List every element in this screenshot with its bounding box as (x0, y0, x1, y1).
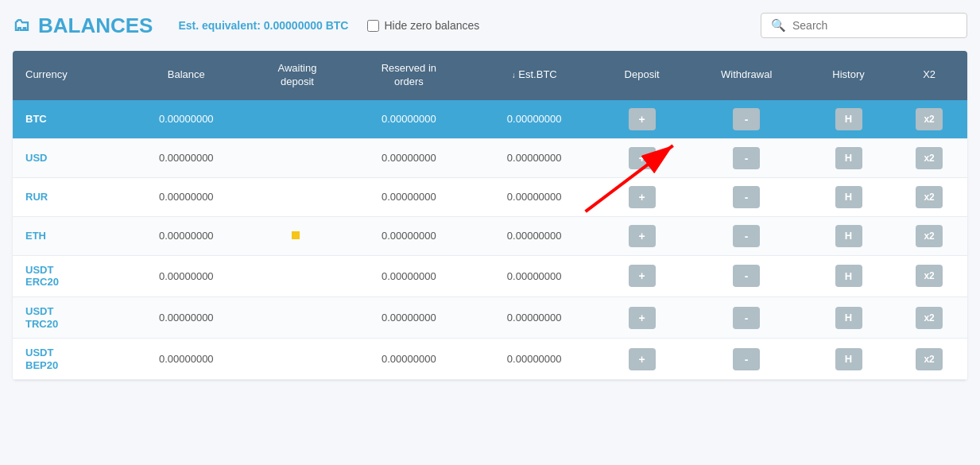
history-button[interactable]: H (835, 108, 862, 130)
col-estbtc: ↓ Est.BTC (472, 51, 597, 100)
deposit-button[interactable]: + (629, 147, 656, 169)
cell-history: H (806, 100, 891, 139)
cell-balance: 0.00000000 (124, 296, 249, 338)
withdrawal-button[interactable]: - (733, 186, 760, 208)
cell-x2: x2 (891, 255, 967, 296)
table-row: USD 0.00000000 0.00000000 0.00000000 + -… (13, 138, 967, 177)
withdrawal-button[interactable]: - (733, 108, 760, 130)
history-button[interactable]: H (835, 307, 862, 329)
withdrawal-button[interactable]: - (733, 147, 760, 169)
deposit-button[interactable]: + (629, 186, 656, 208)
cell-deposit: + (597, 177, 688, 216)
table-row: ETH 0.00000000 0.00000000 0.00000000 + -… (13, 216, 967, 255)
cell-balance: 0.00000000 (124, 255, 249, 296)
cell-history: H (806, 177, 891, 216)
cell-estbtc: 0.00000000 (472, 138, 597, 177)
history-button[interactable]: H (835, 348, 862, 370)
cell-deposit: + (597, 100, 688, 139)
cell-deposit: + (597, 138, 688, 177)
cell-balance: 0.00000000 (124, 216, 249, 255)
cell-history: H (806, 296, 891, 338)
cell-awaiting (249, 177, 346, 216)
header: 🗂 BALANCES Est. equivalent: 0.00000000 B… (13, 13, 967, 38)
currency-link[interactable]: USDTERC20 (25, 264, 59, 289)
cell-estbtc: 0.00000000 (472, 255, 597, 296)
cell-x2: x2 (891, 100, 967, 139)
currency-link[interactable]: USD (25, 152, 47, 165)
withdrawal-button[interactable]: - (733, 348, 760, 370)
cell-history: H (806, 255, 891, 296)
eth-indicator (292, 231, 300, 239)
deposit-button[interactable]: + (629, 265, 656, 287)
x2-button[interactable]: x2 (916, 307, 943, 329)
col-deposit: Deposit (597, 51, 688, 100)
history-button[interactable]: H (835, 225, 862, 247)
history-button[interactable]: H (835, 147, 862, 169)
search-box[interactable]: 🔍 (761, 13, 967, 38)
cell-withdrawal: - (687, 138, 805, 177)
table-row: USDTBEP20 0.00000000 0.00000000 0.000000… (13, 339, 967, 380)
hide-zero-balances[interactable]: Hide zero balances (367, 19, 479, 32)
cell-balance: 0.00000000 (124, 138, 249, 177)
x2-button[interactable]: x2 (916, 147, 943, 169)
currency-link[interactable]: BTC (25, 113, 47, 126)
cell-reserved: 0.00000000 (346, 216, 471, 255)
cell-x2: x2 (891, 296, 967, 338)
x2-button[interactable]: x2 (916, 348, 943, 370)
deposit-button[interactable]: + (629, 307, 656, 329)
cell-history: H (806, 216, 891, 255)
table-header-row: Currency Balance Awaitingdeposit Reserve… (13, 51, 967, 100)
cell-currency: ETH (13, 216, 124, 255)
cell-balance: 0.00000000 (124, 177, 249, 216)
cell-currency: USDTTRC20 (13, 296, 124, 338)
cell-history: H (806, 138, 891, 177)
cell-withdrawal: - (687, 177, 805, 216)
cell-awaiting (249, 296, 346, 338)
cell-estbtc: 0.00000000 (472, 339, 597, 380)
x2-button[interactable]: x2 (916, 186, 943, 208)
est-equivalent: Est. equivalent: 0.00000000 BTC (178, 19, 348, 32)
cell-awaiting (249, 138, 346, 177)
table-row: USDTTRC20 0.00000000 0.00000000 0.000000… (13, 296, 967, 338)
withdrawal-button[interactable]: - (733, 265, 760, 287)
cell-currency: USDTERC20 (13, 255, 124, 296)
cell-deposit: + (597, 216, 688, 255)
col-withdrawal: Withdrawal (687, 51, 805, 100)
deposit-button[interactable]: + (629, 348, 656, 370)
cell-x2: x2 (891, 138, 967, 177)
deposit-button[interactable]: + (629, 108, 656, 130)
withdrawal-button[interactable]: - (733, 225, 760, 247)
history-button[interactable]: H (835, 186, 862, 208)
x2-button[interactable]: x2 (916, 265, 943, 287)
cell-awaiting (249, 216, 346, 255)
cell-withdrawal: - (687, 255, 805, 296)
currency-link[interactable]: RUR (25, 191, 48, 203)
search-input[interactable] (792, 19, 957, 32)
cell-withdrawal: - (687, 339, 805, 380)
page-wrapper: 🗂 BALANCES Est. equivalent: 0.00000000 B… (0, 0, 980, 465)
cell-awaiting (249, 255, 346, 296)
x2-button[interactable]: x2 (916, 108, 943, 130)
history-button[interactable]: H (835, 265, 862, 287)
cell-reserved: 0.00000000 (346, 177, 471, 216)
hide-zero-checkbox[interactable] (367, 20, 379, 32)
cell-withdrawal: - (687, 296, 805, 338)
cell-balance: 0.00000000 (124, 339, 249, 380)
deposit-button[interactable]: + (629, 225, 656, 247)
cell-reserved: 0.00000000 (346, 339, 471, 380)
cell-awaiting (249, 100, 346, 139)
withdrawal-button[interactable]: - (733, 307, 760, 329)
currency-link[interactable]: ETH (25, 230, 46, 242)
col-awaiting: Awaitingdeposit (249, 51, 346, 100)
cell-withdrawal: - (687, 100, 805, 139)
x2-button[interactable]: x2 (916, 225, 943, 247)
currency-link[interactable]: USDTTRC20 (25, 305, 58, 330)
title-text: BALANCES (38, 14, 153, 38)
currency-link[interactable]: USDTBEP20 (25, 347, 58, 371)
cell-reserved: 0.00000000 (346, 296, 471, 338)
cell-deposit: + (597, 339, 688, 380)
col-history: History (806, 51, 891, 100)
cell-reserved: 0.00000000 (346, 255, 471, 296)
cell-currency: USD (13, 138, 124, 177)
cell-estbtc: 0.00000000 (472, 100, 597, 139)
